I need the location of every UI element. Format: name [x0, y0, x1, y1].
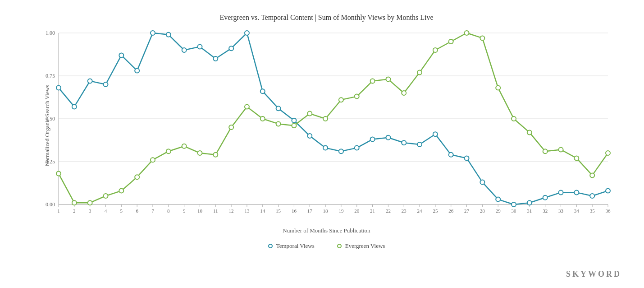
chart-container: Evergreen vs. Temporal Content | Sum of … — [0, 0, 644, 288]
svg-point-92 — [182, 48, 187, 52]
main-chart-svg: 0.000.250.500.751.0012345678910111213141… — [36, 28, 617, 223]
x-axis-label: Number of Months Since Publication — [36, 227, 617, 234]
evergreen-legend-dot — [337, 244, 342, 248]
legend-temporal: Temporal Views — [268, 242, 315, 250]
svg-point-100 — [307, 134, 312, 138]
svg-point-130 — [213, 153, 218, 157]
svg-text:10: 10 — [197, 208, 203, 214]
svg-point-132 — [245, 104, 249, 109]
svg-point-153 — [574, 156, 579, 160]
svg-text:22: 22 — [386, 208, 391, 214]
svg-point-152 — [559, 147, 563, 152]
svg-point-126 — [151, 158, 155, 162]
svg-point-111 — [480, 180, 484, 185]
svg-point-86 — [88, 79, 92, 83]
svg-text:9: 9 — [183, 208, 186, 214]
svg-point-128 — [182, 144, 187, 149]
svg-point-93 — [197, 44, 202, 49]
legend-evergreen: Evergreen Views — [337, 242, 385, 250]
svg-point-118 — [590, 194, 594, 198]
svg-point-119 — [606, 189, 610, 193]
evergreen-legend-label: Evergreen Views — [345, 242, 385, 250]
svg-point-103 — [355, 146, 359, 150]
svg-point-131 — [229, 125, 233, 130]
svg-text:28: 28 — [480, 208, 485, 214]
svg-point-125 — [135, 175, 139, 179]
svg-point-151 — [543, 149, 548, 153]
svg-text:1.00: 1.00 — [46, 30, 55, 36]
svg-point-101 — [323, 146, 328, 150]
svg-point-90 — [151, 31, 155, 35]
svg-point-108 — [433, 132, 438, 136]
svg-point-149 — [512, 116, 516, 121]
svg-point-154 — [590, 173, 594, 177]
svg-point-91 — [166, 33, 171, 37]
svg-point-89 — [135, 69, 139, 73]
svg-point-85 — [72, 104, 77, 109]
svg-text:13: 13 — [244, 208, 250, 214]
svg-text:26: 26 — [448, 208, 454, 214]
svg-text:27: 27 — [464, 208, 470, 214]
svg-point-107 — [417, 142, 422, 147]
svg-text:15: 15 — [276, 208, 281, 214]
svg-point-104 — [370, 137, 375, 142]
svg-text:7: 7 — [151, 208, 154, 214]
legend: Temporal Views Evergreen Views — [36, 242, 617, 250]
svg-point-120 — [56, 172, 61, 176]
svg-point-135 — [292, 123, 296, 128]
svg-text:12: 12 — [229, 208, 234, 214]
svg-point-98 — [276, 106, 281, 111]
svg-point-123 — [103, 194, 108, 198]
svg-text:14: 14 — [260, 208, 265, 214]
svg-text:35: 35 — [590, 208, 595, 214]
svg-point-124 — [119, 189, 123, 193]
svg-point-127 — [166, 149, 171, 153]
svg-point-99 — [292, 118, 296, 123]
svg-point-112 — [496, 197, 500, 202]
svg-point-116 — [559, 190, 563, 195]
svg-point-110 — [465, 156, 469, 160]
svg-text:4: 4 — [105, 208, 107, 214]
svg-point-84 — [56, 86, 61, 90]
svg-text:32: 32 — [543, 208, 548, 214]
temporal-legend-label: Temporal Views — [276, 242, 315, 250]
svg-point-129 — [197, 151, 202, 155]
svg-text:36: 36 — [606, 208, 611, 214]
svg-point-150 — [527, 130, 532, 135]
svg-point-155 — [606, 151, 610, 155]
svg-point-106 — [402, 140, 406, 145]
svg-text:0.00: 0.00 — [46, 201, 55, 208]
svg-text:33: 33 — [558, 208, 564, 214]
svg-point-145 — [449, 39, 453, 44]
svg-text:18: 18 — [323, 208, 329, 214]
svg-point-113 — [512, 202, 516, 207]
y-axis-label: Normalized Organic Search Views — [44, 85, 51, 166]
svg-point-109 — [449, 153, 453, 157]
svg-text:24: 24 — [417, 208, 423, 214]
svg-text:6: 6 — [136, 208, 138, 214]
svg-text:11: 11 — [213, 208, 218, 214]
chart-area: Normalized Organic Search Views 0.000.25… — [36, 28, 617, 223]
svg-point-136 — [307, 111, 312, 116]
svg-text:29: 29 — [496, 208, 501, 214]
svg-point-115 — [543, 195, 548, 200]
svg-point-105 — [386, 135, 390, 140]
svg-text:0.75: 0.75 — [46, 73, 55, 79]
svg-text:25: 25 — [433, 208, 438, 214]
svg-text:8: 8 — [167, 208, 170, 214]
svg-text:5: 5 — [120, 208, 123, 214]
svg-text:23: 23 — [402, 208, 407, 214]
svg-point-87 — [103, 82, 108, 87]
svg-text:19: 19 — [338, 208, 344, 214]
svg-text:2: 2 — [73, 208, 76, 214]
svg-text:34: 34 — [574, 208, 580, 214]
svg-point-133 — [260, 116, 265, 121]
svg-point-121 — [72, 200, 77, 205]
svg-text:20: 20 — [354, 208, 360, 214]
svg-point-97 — [260, 89, 265, 93]
svg-text:1: 1 — [57, 208, 60, 214]
svg-point-94 — [213, 56, 218, 61]
svg-point-138 — [339, 98, 343, 102]
temporal-legend-dot — [268, 244, 273, 248]
chart-title: Evergreen vs. Temporal Content | Sum of … — [36, 14, 617, 22]
